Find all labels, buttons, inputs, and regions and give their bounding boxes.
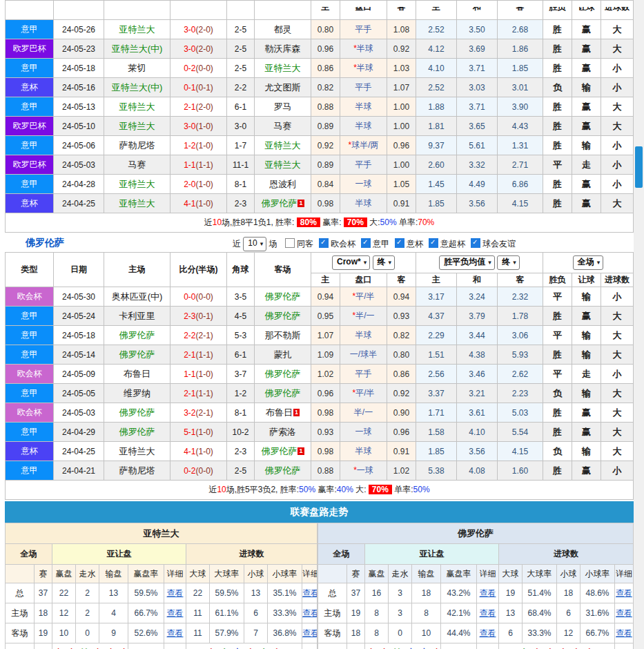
column-header: 主 <box>311 1 340 20</box>
view-detail-link[interactable]: 查看 <box>167 608 184 618</box>
stat-value: 3 <box>389 603 412 623</box>
summary-segment: 单率: <box>392 485 413 494</box>
asian-home-odds: 0.98 <box>311 442 340 461</box>
col-header-away: 客场 <box>255 253 311 287</box>
euro-home-odds: 4.37 <box>416 307 457 326</box>
league-badge: 意甲 <box>6 307 54 326</box>
stat-value: 51.4% <box>523 583 557 603</box>
away-team: 佛罗伦萨 <box>255 461 311 481</box>
view-detail-link[interactable]: 查看 <box>302 608 318 618</box>
summary-segment: 单率: <box>397 217 418 227</box>
stat-value: 43.2% <box>441 583 477 603</box>
stat-value: 44.4% <box>441 623 477 643</box>
trend-row: 主场18122466.7%查看1161.1%633.3%查看 <box>6 603 318 623</box>
full-score: 1-2 <box>184 141 195 151</box>
score-cell: 2-2(2-1) <box>170 326 227 345</box>
column-header <box>318 565 347 583</box>
asian-away-odds: 0.80 <box>387 345 416 365</box>
corner-score: 8-1 <box>227 403 255 423</box>
view-detail-link[interactable]: 查看 <box>480 608 496 618</box>
euro-odds-select[interactable]: 胜平负均值▾ <box>439 255 495 270</box>
match-count-select[interactable]: 10▾ <box>243 237 266 251</box>
euro-home-odds: 2.52 <box>416 20 457 39</box>
league-filter-checkbox[interactable] <box>319 238 329 248</box>
away-team: 都灵 <box>255 20 311 39</box>
result-goals: 大 <box>601 117 634 136</box>
fiorentina-summary: 近10场,胜5平3负2, 胜率:50% 赢率:40% 大: 70% 单率:50% <box>6 481 634 500</box>
result-handicap: 走 <box>572 365 601 384</box>
league-filter-checkbox[interactable] <box>361 238 371 248</box>
league-filter-checkbox[interactable] <box>471 238 480 248</box>
view-detail-link[interactable]: 查看 <box>480 628 496 638</box>
home-team-name: 亚特兰大 <box>119 121 155 131</box>
view-detail-link[interactable]: 查看 <box>167 628 184 638</box>
view-detail-link[interactable]: 查看 <box>302 628 318 638</box>
column-header: 小球 <box>244 565 268 583</box>
column-header <box>227 1 255 20</box>
half-score: (2-1) <box>196 331 213 340</box>
away-team: 布鲁日1 <box>255 403 311 423</box>
result-goals: 大 <box>601 326 634 345</box>
match-date: 24-05-18 <box>54 59 104 78</box>
stat-value: 19 <box>35 623 52 643</box>
full-score: 3-0 <box>184 122 195 131</box>
column-header: 盘口 <box>340 273 387 287</box>
result-handicap: 输 <box>572 287 601 307</box>
half-score: (2-0) <box>196 102 213 112</box>
euro-away-odds: 1.86 <box>498 39 543 59</box>
bookmaker-select[interactable]: Crow*▾ <box>332 255 370 270</box>
euro-draw-odds: 3.24 <box>457 287 498 307</box>
half-score: (0-1) <box>196 311 213 321</box>
column-header <box>170 1 227 20</box>
league-filter-checkbox[interactable] <box>429 238 438 248</box>
league-filter-checkbox[interactable] <box>285 238 295 248</box>
vertical-scrollbar[interactable] <box>634 0 644 649</box>
result-handicap: 赢 <box>572 39 601 59</box>
column-header: 客 <box>387 273 416 287</box>
scope-select[interactable]: 全场▾ <box>573 255 604 270</box>
handicap-name: 平/半 <box>355 388 374 398</box>
view-detail-link[interactable]: 查看 <box>167 588 184 598</box>
column-header: 输盘 <box>99 565 128 583</box>
away-team-name: 佛罗伦萨 <box>265 369 301 379</box>
home-team: 佛罗伦萨 <box>104 345 170 365</box>
column-header <box>6 1 54 20</box>
column-header: 主 <box>416 1 457 20</box>
euro-draw-odds: 3.56 <box>457 442 498 461</box>
asian-handicap: *一球 <box>340 461 387 481</box>
match-date: 24-05-03 <box>54 403 104 423</box>
home-team: 维罗纳 <box>104 384 170 403</box>
view-detail-link[interactable]: 查看 <box>302 588 318 598</box>
away-team-name: 萨索洛 <box>269 427 296 437</box>
corner-score: 10-2 <box>227 423 255 442</box>
match-row: 意甲24-04-28亚特兰大2-0(1-0)8-1恩波利0.84一球1.051.… <box>6 175 634 194</box>
euro-state-select[interactable]: 终▾ <box>497 255 520 270</box>
euro-draw-odds: 3.65 <box>457 117 498 136</box>
stat-value: 6 <box>244 603 268 623</box>
row-label: 客场 <box>6 623 35 643</box>
league-filter-checkbox[interactable] <box>395 238 404 248</box>
euro-away-odds: 2.62 <box>498 365 543 384</box>
league-badge: 欧罗巴杯 <box>6 39 54 59</box>
view-detail-link[interactable]: 查看 <box>616 608 632 618</box>
corner-score: 4-5 <box>227 307 255 326</box>
view-detail-link[interactable]: 查看 <box>616 588 632 598</box>
home-team: 亚特兰大 <box>104 175 170 194</box>
column-header: 进球数 <box>601 273 634 287</box>
view-detail-link[interactable]: 查看 <box>480 588 496 598</box>
match-date: 24-05-16 <box>54 78 104 97</box>
stat-value: 0 <box>76 623 99 643</box>
view-detail-cell: 查看 <box>164 583 186 603</box>
away-team-name: 尤文图斯 <box>265 82 301 93</box>
summary-segment: 大: <box>367 217 380 227</box>
league-filter-checkboxes: 同客欧会杯意甲意杯意超杯球会友谊 <box>280 239 516 249</box>
away-team: 佛罗伦萨 <box>255 307 311 326</box>
view-detail-link[interactable]: 查看 <box>616 628 632 638</box>
chevron-down-icon: ▾ <box>364 259 367 266</box>
column-header <box>54 1 104 20</box>
odds-state-select[interactable]: 终▾ <box>373 255 396 270</box>
stat-value: 59.5% <box>128 583 164 603</box>
scrollbar-thumb[interactable] <box>635 146 643 188</box>
euro-away-odds: 2.32 <box>498 287 543 307</box>
group-goals: 进球数 <box>499 544 634 565</box>
